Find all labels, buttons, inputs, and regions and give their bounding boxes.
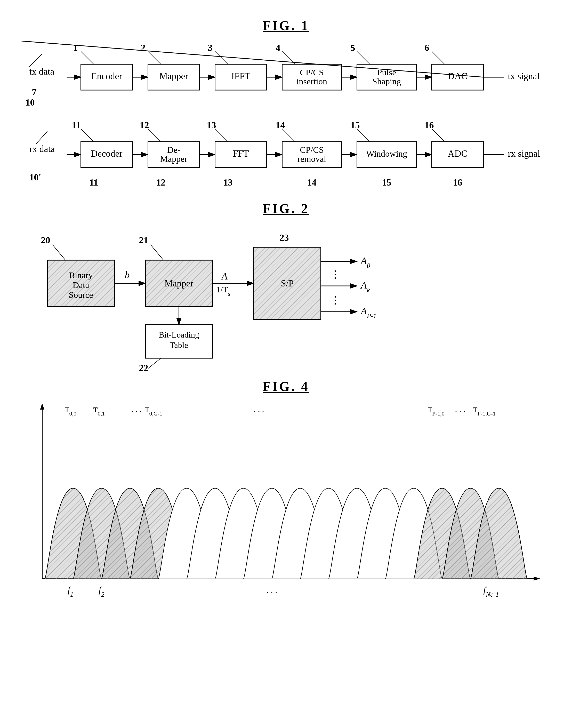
svg-line-41: [36, 131, 48, 144]
svg-text:AP-1: AP-1: [360, 306, 377, 320]
fig1-title: FIG. 1: [21, 18, 551, 33]
page: FIG. 1 tx data 7 10 Encoder 1 Mapper 2 I…: [0, 0, 572, 728]
svg-line-1: [29, 54, 42, 67]
svg-text:14: 14: [276, 120, 285, 130]
svg-text:Ak: Ak: [360, 280, 370, 294]
svg-text:Encoder: Encoder: [91, 71, 122, 81]
svg-line-12: [148, 51, 161, 64]
svg-text:Data: Data: [72, 280, 89, 290]
svg-text:Mapper: Mapper: [160, 154, 188, 163]
svg-text:. . .: . . .: [131, 405, 142, 414]
svg-text:14: 14: [307, 177, 316, 188]
svg-text:tx signal: tx signal: [508, 71, 540, 81]
svg-line-68: [357, 129, 370, 142]
svg-text:IFFT: IFFT: [231, 71, 250, 81]
svg-text:16: 16: [425, 120, 434, 130]
svg-text:16: 16: [453, 177, 462, 188]
svg-line-98: [151, 245, 163, 260]
svg-text:T0,G-1: T0,G-1: [145, 406, 162, 417]
svg-line-34: [432, 51, 445, 64]
svg-text:b: b: [125, 269, 130, 280]
svg-text:1/Ts: 1/Ts: [216, 285, 230, 297]
svg-text:Windowing: Windowing: [366, 149, 407, 158]
svg-text:⋮: ⋮: [330, 268, 340, 280]
svg-text:Source: Source: [69, 290, 93, 300]
svg-text:insertion: insertion: [296, 77, 327, 86]
svg-text:f1: f1: [68, 585, 73, 598]
svg-text:22: 22: [139, 363, 148, 373]
svg-line-46: [81, 129, 94, 142]
fig1-diagram: tx data 7 10 Encoder 1 Mapper 2 IFFT 3 C…: [21, 41, 551, 113]
svg-text:rx data: rx data: [29, 144, 55, 154]
svg-text:10': 10': [29, 172, 41, 183]
svg-text:CP/CS: CP/CS: [300, 68, 324, 77]
svg-line-119: [148, 358, 161, 369]
svg-text:FFT: FFT: [233, 148, 249, 159]
svg-line-29: [357, 51, 370, 64]
svg-text:Decoder: Decoder: [91, 148, 123, 159]
svg-text:4: 4: [276, 43, 280, 53]
svg-text:13: 13: [223, 177, 233, 188]
svg-line-52: [148, 129, 161, 142]
svg-text:3: 3: [208, 43, 213, 53]
svg-text:11: 11: [89, 177, 98, 188]
svg-text:13: 13: [207, 120, 216, 130]
svg-text:. . .: . . .: [266, 585, 277, 595]
svg-marker-125: [534, 577, 540, 581]
svg-text:rx signal: rx signal: [508, 148, 540, 159]
svg-text:removal: removal: [297, 154, 326, 163]
svg-text:21: 21: [139, 235, 148, 246]
svg-text:5: 5: [351, 43, 355, 53]
svg-text:Shaping: Shaping: [372, 77, 401, 86]
svg-text:20: 20: [41, 235, 50, 246]
svg-marker-123: [40, 403, 45, 409]
svg-text:T0,1: T0,1: [93, 406, 105, 417]
svg-text:De-: De-: [167, 145, 181, 154]
svg-text:A: A: [221, 271, 228, 281]
svg-text:TP-1,G-1: TP-1,G-1: [473, 406, 496, 417]
svg-text:6: 6: [425, 43, 429, 53]
svg-text:TP-1,0: TP-1,0: [428, 406, 444, 417]
svg-text:DAC: DAC: [448, 71, 467, 81]
svg-text:15: 15: [351, 120, 360, 130]
svg-line-91: [53, 245, 66, 260]
svg-text:12: 12: [156, 177, 166, 188]
svg-text:Mapper: Mapper: [165, 278, 194, 288]
svg-text:⋮: ⋮: [330, 294, 340, 306]
svg-text:12: 12: [140, 120, 149, 130]
svg-text:Bit-Loading: Bit-Loading: [159, 330, 199, 339]
svg-line-7: [81, 51, 94, 64]
svg-line-63: [282, 129, 295, 142]
svg-text:1: 1: [73, 43, 78, 53]
svg-text:Table: Table: [170, 340, 188, 350]
fig4-title: FIG. 4: [21, 379, 551, 394]
svg-text:. . .: . . .: [455, 405, 466, 414]
svg-text:10: 10: [25, 97, 35, 108]
svg-text:fNc-1: fNc-1: [484, 585, 499, 598]
svg-text:7: 7: [32, 87, 37, 97]
svg-line-73: [432, 129, 445, 142]
svg-text:f2: f2: [98, 585, 104, 598]
fig2-diagram: Binary Data Source 20 b Mapper 21 A 1/Ts…: [21, 221, 551, 376]
svg-text:15: 15: [382, 177, 391, 188]
svg-text:S/P: S/P: [281, 278, 294, 288]
svg-text:2: 2: [141, 43, 146, 53]
svg-text:A0: A0: [360, 255, 370, 269]
svg-text:. . .: . . .: [254, 405, 264, 414]
svg-line-17: [215, 51, 228, 64]
svg-text:tx data: tx data: [29, 66, 55, 77]
fig2-title: FIG. 2: [21, 201, 551, 216]
svg-text:Binary: Binary: [69, 270, 93, 280]
fig1b-diagram: rx data 10' Decoder 11 De- Mapper 12 FFT…: [21, 119, 551, 198]
svg-text:CP/CS: CP/CS: [300, 145, 324, 154]
svg-text:Mapper: Mapper: [159, 71, 188, 81]
svg-text:T0,0: T0,0: [65, 406, 77, 417]
svg-text:ADC: ADC: [448, 148, 467, 159]
svg-line-57: [215, 129, 228, 142]
svg-text:23: 23: [280, 233, 289, 243]
svg-text:11: 11: [72, 120, 81, 130]
fig4-diagram: T0,0 T0,1 . . . T0,G-1 . . . TP-1,0 . . …: [21, 398, 551, 609]
